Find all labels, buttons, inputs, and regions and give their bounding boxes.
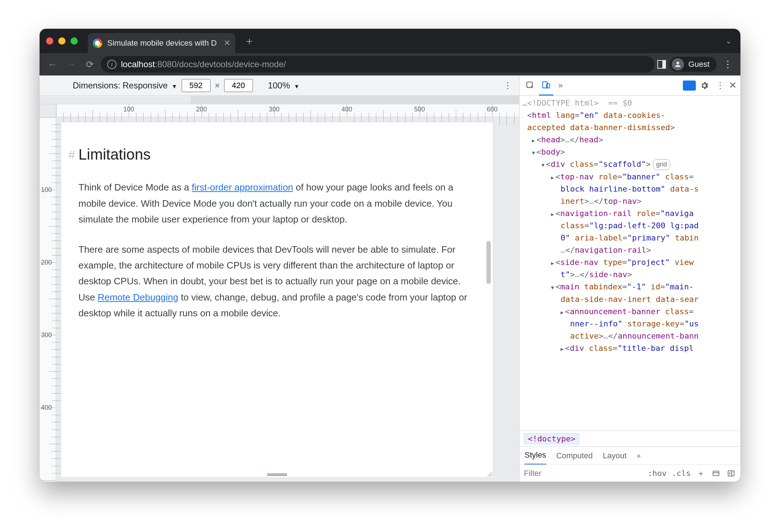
breadcrumb[interactable]: <!doctype>	[520, 431, 740, 446]
cls-toggle[interactable]: .cls	[672, 469, 691, 478]
settings-icon[interactable]	[697, 78, 712, 93]
dimensions-label: Dimensions: Responsive ▼	[73, 81, 177, 91]
site-info-icon[interactable]: i	[107, 60, 117, 69]
tab-computed[interactable]: Computed	[556, 451, 593, 460]
width-input[interactable]	[182, 79, 210, 92]
profile-chip[interactable]: Guest	[670, 57, 717, 72]
svg-rect-3	[713, 471, 719, 476]
elements-panel[interactable]: …<!DOCTYPE html> == $0 <html lang="en" d…	[520, 96, 740, 431]
emulated-viewport[interactable]: #Limitations Think of Device Mode as a f…	[61, 122, 493, 477]
styles-toolbar: :hov .cls ＋	[520, 464, 740, 482]
tabs-dropdown-icon[interactable]: ⌄	[725, 36, 732, 46]
address-bar: ← → ⟳ i localhost:8080/docs/devtools/dev…	[40, 53, 740, 75]
media-query-bar[interactable]	[40, 96, 519, 104]
anchor-hash-icon[interactable]: #	[68, 145, 75, 165]
more-panels-icon[interactable]: »	[555, 81, 566, 90]
page-heading: #Limitations	[78, 142, 476, 167]
crumb-doctype[interactable]: <!doctype>	[524, 433, 579, 444]
ruler-area: 100200300400500600 100200300400 #Limitat…	[40, 104, 519, 482]
profile-label: Guest	[688, 60, 709, 69]
vertical-ruler: 100200300400	[40, 117, 56, 482]
paragraph: There are some aspects of mobile devices…	[78, 242, 476, 321]
first-order-link[interactable]: first-order approximation	[192, 182, 293, 193]
browser-menu-icon[interactable]: ⋮	[720, 59, 735, 70]
device-toolbar-menu-icon[interactable]: ⋮	[500, 81, 515, 91]
new-tab-button[interactable]: ＋	[244, 34, 255, 49]
forward-button[interactable]: →	[63, 56, 79, 72]
height-input[interactable]	[224, 79, 253, 92]
remote-debugging-link[interactable]: Remote Debugging	[98, 292, 178, 303]
url-host: localhost	[121, 59, 155, 69]
guest-avatar-icon	[672, 58, 684, 70]
window-close-button[interactable]	[46, 37, 53, 45]
resize-handle-bottom[interactable]	[267, 473, 287, 476]
tab-layout[interactable]: Layout	[603, 451, 626, 460]
window-minimize-button[interactable]	[58, 37, 65, 45]
styles-filter-input[interactable]	[524, 469, 563, 478]
zoom-dropdown[interactable]: 100% ▼	[268, 81, 300, 91]
dimension-separator: ×	[215, 81, 220, 91]
devtools-pane: » ⋮ ✕ …<!DOCTYPE html> == $0 <html lang=…	[519, 75, 740, 482]
resize-handle-corner[interactable]	[484, 469, 493, 477]
device-mode-pane: Dimensions: Responsive ▼ × 100% ▼ ⋮ 1002…	[40, 75, 519, 482]
styles-tab-bar: Styles Computed Layout »	[520, 446, 740, 464]
browser-tab[interactable]: Simulate mobile devices with D ✕	[88, 33, 235, 53]
window-titlebar: Simulate mobile devices with D ✕ ＋ ⌄	[40, 29, 740, 53]
computed-sidebar-icon[interactable]	[711, 468, 721, 478]
horizontal-ruler: 100200300400500600	[56, 104, 519, 117]
window-controls	[46, 37, 78, 45]
viewport-scrollbar[interactable]	[486, 241, 491, 284]
back-button[interactable]: ←	[45, 56, 60, 72]
devtools-close-icon[interactable]: ✕	[729, 80, 737, 91]
side-panel-icon[interactable]	[657, 60, 666, 69]
svg-rect-4	[728, 471, 734, 476]
device-toolbar: Dimensions: Responsive ▼ × 100% ▼ ⋮	[40, 75, 519, 96]
browser-window: Simulate mobile devices with D ✕ ＋ ⌄ ← →…	[40, 29, 740, 482]
tab-title: Simulate mobile devices with D	[107, 38, 219, 48]
url-port: :8080	[155, 59, 177, 69]
toggle-device-toolbar-icon[interactable]	[539, 75, 553, 96]
tab-close-icon[interactable]: ✕	[224, 38, 230, 48]
more-style-tabs-icon[interactable]: »	[637, 451, 641, 460]
inspect-element-icon[interactable]	[523, 78, 538, 93]
reload-button[interactable]: ⟳	[82, 56, 98, 72]
omnibox[interactable]: i localhost:8080/docs/devtools/device-mo…	[101, 56, 654, 73]
chrome-favicon-icon	[93, 38, 102, 48]
devtools-menu-icon[interactable]: ⋮	[713, 81, 727, 91]
tab-styles[interactable]: Styles	[525, 447, 546, 465]
url-path: /docs/devtools/device-mode/	[177, 59, 286, 69]
devtools-tab-bar: » ⋮ ✕	[520, 75, 740, 96]
window-zoom-button[interactable]	[71, 37, 78, 45]
issues-icon[interactable]	[683, 81, 696, 91]
toggle-panel-icon[interactable]	[726, 468, 736, 478]
hov-toggle[interactable]: :hov	[648, 469, 667, 478]
paragraph: Think of Device Mode as a first-order ap…	[78, 179, 476, 227]
new-style-rule-icon[interactable]: ＋	[696, 468, 706, 478]
